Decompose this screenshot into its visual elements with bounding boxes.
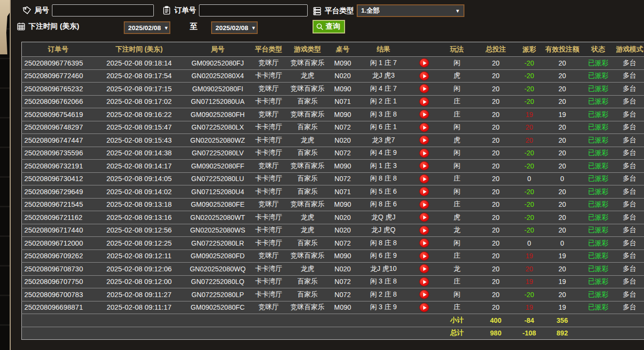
play-video-icon[interactable] [419,97,429,106]
cell-game-type: 竞咪百家乐 [286,108,330,121]
cell-result: 闲 2 庄 1 [356,95,411,108]
play-video-icon[interactable] [419,290,429,299]
cell-round-no: GM090252080FC [184,301,252,314]
date-from-select[interactable]: 2025/02/08 ▼ [124,21,170,34]
chevron-down-icon: ▼ [251,25,256,31]
play-video-icon[interactable] [419,149,429,158]
play-video-icon[interactable] [419,303,429,312]
date-to-select[interactable]: 2025/02/08 ▼ [211,21,258,34]
cell-platform: 卡卡湾厅 [252,147,286,160]
play-video-icon[interactable] [419,58,429,67]
play-video-icon[interactable] [419,135,429,145]
order-row: 250208096772460 2025-02-08 09:17:54 GN02… [22,69,644,83]
order-row: 250208096747447 2025-02-08 09:15:43 GN02… [22,134,644,147]
cell-round-no: GN020252080X4 [184,69,252,83]
cell-payout: 19 [515,108,544,121]
play-video-icon[interactable] [419,200,429,209]
play-video-icon[interactable] [419,161,429,170]
date-to-value: 2025/02/08 [215,24,248,32]
cell-order-no: 250208096762066 [22,95,95,108]
cell-play: 闲 [438,121,477,134]
cell-round-no: GN071252080UA [184,95,252,108]
cell-status: 已派彩 [581,121,615,134]
cell-total-bet: 20 [477,147,515,160]
cell-table-no: M090 [330,57,356,70]
cell-game-mode: 多台 [615,108,644,121]
cell-total-bet: 20 [477,250,515,263]
play-video-icon[interactable] [419,187,429,196]
play-video-icon[interactable] [419,71,429,81]
cell-payout: 20 [515,134,544,147]
cell-table-no: N071 [330,95,356,108]
cell-game-type: 竞咪百家乐 [286,198,330,211]
cell-bet-time: 2025-02-08 09:12:00 [95,275,184,288]
round-input[interactable] [52,4,154,17]
cell-game-mode: 多台 [615,185,644,199]
orders-table-wrap: 订单号 下注时间 (美东) 局号 平台类型 游戏类型 桌号 结果 玩法 总投注 … [21,42,641,340]
platform-select[interactable]: 1.全部 ▼ [357,4,464,17]
cell-result: 闲 1 庄 3 [356,160,411,173]
cell-replay [411,263,438,276]
cell-platform: 卡卡湾厅 [252,237,286,250]
cell-game-mode: 多台 [615,237,644,250]
order-row: 250208096700783 2025-02-08 09:11:27 GN07… [22,288,644,301]
order-row: 250208096712000 2025-02-08 09:12:25 GN07… [22,237,644,250]
cell-game-mode: 多台 [615,147,644,160]
order-row: 250208096709262 2025-02-08 09:12:11 GM09… [22,250,644,263]
cell-replay [411,147,438,160]
play-video-icon[interactable] [419,84,429,93]
cell-platform: 卡卡湾厅 [252,134,286,147]
play-video-icon[interactable] [419,264,429,273]
play-video-icon[interactable] [419,277,429,286]
grand-total-total-bet: 980 [477,327,515,340]
cell-table-no: N072 [330,275,356,288]
play-video-icon[interactable] [419,110,429,119]
cell-valid-bet: 20 [544,160,581,173]
cell-payout: 19 [515,250,544,263]
cell-bet-time: 2025-02-08 09:12:25 [95,237,184,250]
cell-status: 已派彩 [581,185,615,199]
cell-bet-time: 2025-02-08 09:15:47 [95,121,184,134]
cell-payout: 20 [515,121,544,134]
cell-total-bet: 20 [477,57,515,70]
search-button[interactable]: 查询 [313,20,345,33]
play-video-icon[interactable] [419,174,429,183]
order-filter-group: 订单号 [162,4,308,17]
cell-total-bet: 20 [477,275,515,288]
cell-valid-bet: 20 [544,147,581,160]
play-video-icon[interactable] [419,123,429,132]
cell-replay [411,172,438,185]
cell-game-mode: 多台 [615,211,644,224]
cell-platform: 卡卡湾厅 [252,224,286,237]
cell-valid-bet: 0 [544,237,581,250]
cell-bet-time: 2025-02-08 09:14:38 [95,147,184,160]
cell-table-no: N072 [330,121,356,134]
col-replay [411,42,438,57]
cell-result: 龙3 虎7 [356,134,411,147]
cell-payout: 19 [515,301,544,314]
order-row: 250208096717440 2025-02-08 09:12:56 GN02… [22,224,644,237]
cell-bet-time: 2025-02-08 09:17:54 [95,69,184,83]
subtotal-label: 小计 [438,314,477,327]
cell-payout: 0 [515,237,544,250]
play-video-icon[interactable] [419,226,429,235]
col-game-mode: 游戏模式 [615,42,644,57]
cell-play: 闲 [438,288,477,301]
cell-platform: 卡卡湾厅 [252,69,286,83]
play-video-icon[interactable] [419,238,429,248]
platform-label: 平台类型 [325,6,354,16]
play-video-icon[interactable] [419,213,429,222]
cell-order-no: 250208096700783 [22,288,95,301]
cell-status: 已派彩 [581,288,615,301]
cell-replay [411,185,438,199]
cell-bet-time: 2025-02-08 09:13:16 [95,211,184,224]
order-input[interactable] [199,4,308,17]
play-video-icon[interactable] [419,251,429,261]
cell-order-no: 250208096698871 [22,301,95,314]
cell-status: 已派彩 [581,301,615,314]
cell-status: 已派彩 [581,263,615,276]
cell-status: 已派彩 [581,198,615,211]
cell-status: 已派彩 [581,134,615,147]
cell-table-no: N020 [330,211,356,224]
order-row: 250208096707750 2025-02-08 09:12:00 GN07… [22,275,644,288]
